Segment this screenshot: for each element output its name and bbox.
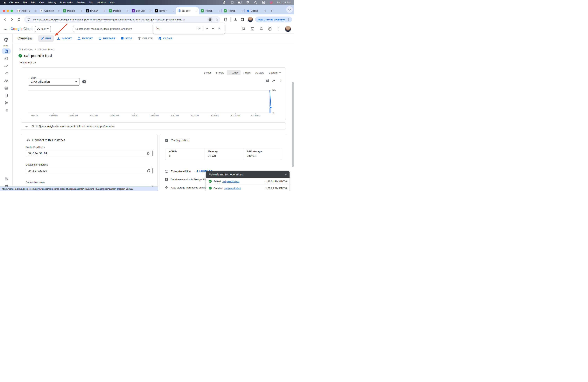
nav-replicas[interactable] bbox=[1, 100, 11, 106]
area-chart-mode-icon[interactable] bbox=[266, 79, 269, 82]
chart-help-icon[interactable]: ? bbox=[82, 80, 86, 84]
siri-icon[interactable] bbox=[269, 0, 273, 5]
close-tab-icon[interactable]: × bbox=[58, 10, 60, 12]
site-settings-icon[interactable] bbox=[26, 17, 31, 22]
tab-peerdb-4[interactable]: P Peerdb × bbox=[222, 7, 245, 14]
restart-button[interactable]: RESTART bbox=[96, 35, 118, 42]
nav-system-insights[interactable] bbox=[1, 63, 11, 69]
forward-button[interactable] bbox=[9, 17, 15, 22]
close-tab-icon[interactable]: × bbox=[173, 10, 174, 12]
query-insights-link[interactable]: → Go to Query insights for more in-depth… bbox=[21, 122, 286, 130]
cpu-utilization-chart[interactable] bbox=[28, 89, 273, 115]
nav-databases[interactable] bbox=[1, 85, 11, 91]
range-30-days[interactable]: 30 days bbox=[253, 70, 266, 75]
operations-panel-header[interactable]: Uploads and test operations bbox=[206, 171, 290, 178]
google-cloud-logo[interactable]: GoogleCloud bbox=[10, 27, 32, 31]
nav-users[interactable] bbox=[1, 78, 11, 84]
tab-sai-peerdb-active[interactable]: sai-peer × bbox=[176, 7, 199, 14]
find-close-button[interactable]: × bbox=[216, 25, 222, 32]
url-text[interactable]: console.cloud.google.com/sql/instances/s… bbox=[33, 18, 206, 21]
app-status-icon[interactable] bbox=[230, 0, 234, 5]
battery-icon[interactable] bbox=[238, 0, 242, 5]
chrome-menu-kebab-icon[interactable]: ⋮ bbox=[287, 18, 291, 21]
line-chart-mode-icon[interactable] bbox=[272, 79, 276, 82]
browser-profile-avatar[interactable] bbox=[248, 17, 253, 22]
stage-manager-icon[interactable] bbox=[222, 0, 227, 5]
menu-view[interactable]: View bbox=[37, 1, 46, 4]
edit-button[interactable]: EDIT bbox=[38, 35, 54, 42]
find-in-page-icon[interactable] bbox=[208, 17, 212, 22]
find-previous-button[interactable] bbox=[204, 25, 210, 32]
menu-profiles[interactable]: Profiles bbox=[75, 1, 87, 4]
wifi-icon[interactable] bbox=[245, 0, 250, 5]
copy-icon[interactable] bbox=[147, 152, 150, 155]
tab-dais24[interactable]: DAIS DAIS24 × bbox=[84, 7, 107, 14]
menu-chrome[interactable]: Chrome bbox=[7, 1, 21, 4]
notifications-bell-icon[interactable] bbox=[259, 27, 263, 31]
nav-menu-icon[interactable]: ≡ bbox=[3, 27, 8, 31]
tab-log-explorer[interactable]: D Log Expl × bbox=[130, 7, 153, 14]
menu-edit[interactable]: Edit bbox=[29, 1, 37, 4]
tab-x-home[interactable]: X Home / × bbox=[153, 7, 176, 14]
operation-target-link[interactable]: sai-peerdb-test bbox=[224, 187, 241, 190]
new-tab-button[interactable]: + bbox=[269, 8, 274, 14]
close-window-button[interactable] bbox=[3, 10, 5, 12]
page-scrollbar-thumb[interactable] bbox=[292, 82, 294, 167]
update-chrome-chip[interactable]: New Chrome available ⋮ bbox=[255, 17, 292, 22]
maximize-window-button[interactable] bbox=[10, 10, 13, 12]
cloud-sql-product-icon[interactable] bbox=[1, 37, 11, 43]
menu-help[interactable]: Help bbox=[108, 1, 117, 4]
tab-editing[interactable]: Editing × bbox=[245, 7, 268, 14]
tab-search-button[interactable] bbox=[286, 6, 293, 13]
nav-overview[interactable] bbox=[1, 48, 11, 54]
chart-metric-select[interactable]: Chart CPU utilization bbox=[28, 78, 80, 85]
range-6-hours[interactable]: 6 hours bbox=[213, 70, 226, 75]
nav-backups[interactable] bbox=[1, 92, 11, 99]
close-tab-icon[interactable]: × bbox=[127, 10, 128, 12]
clone-button[interactable]: CLONE bbox=[156, 35, 175, 42]
account-avatar[interactable] bbox=[285, 26, 291, 32]
export-button[interactable]: EXPORT bbox=[75, 35, 95, 42]
find-next-button[interactable] bbox=[210, 25, 216, 32]
minimize-window-button[interactable] bbox=[7, 10, 9, 12]
tab-inbox[interactable]: Inbox (5 × bbox=[15, 7, 38, 14]
back-button[interactable] bbox=[2, 17, 8, 22]
menu-tab[interactable]: Tab bbox=[87, 1, 95, 4]
control-center-icon[interactable] bbox=[261, 0, 266, 5]
menu-bookmarks[interactable]: Bookmarks bbox=[58, 1, 75, 4]
menu-window[interactable]: Window bbox=[95, 1, 108, 4]
range-7-days[interactable]: 7 days bbox=[241, 70, 252, 75]
help-icon[interactable]: ? bbox=[268, 27, 272, 31]
find-query-input[interactable]: flag bbox=[156, 27, 196, 30]
menu-file[interactable]: File bbox=[21, 1, 29, 4]
close-tab-icon[interactable]: × bbox=[35, 10, 37, 12]
address-bar[interactable]: console.cloud.google.com/sql/instances/s… bbox=[24, 16, 220, 23]
nav-release-notes[interactable] bbox=[1, 176, 11, 182]
public-ip-field[interactable]: 34.134.50.64 bbox=[26, 150, 153, 156]
close-tab-icon[interactable]: × bbox=[81, 10, 83, 12]
apple-icon[interactable] bbox=[3, 0, 7, 5]
reload-button[interactable] bbox=[16, 17, 22, 22]
tab-peerdb-2[interactable]: P Peerdb × bbox=[107, 7, 130, 14]
close-tab-icon[interactable]: × bbox=[196, 10, 197, 12]
menu-history[interactable]: History bbox=[46, 1, 58, 4]
breadcrumb-all-instances[interactable]: All instances bbox=[19, 48, 33, 51]
side-panel-icon[interactable] bbox=[240, 17, 245, 22]
close-tab-icon[interactable]: × bbox=[242, 10, 243, 12]
close-tab-icon[interactable]: × bbox=[219, 10, 220, 12]
range-1-day-selected[interactable]: ✓1 day bbox=[227, 70, 241, 75]
nav-operations[interactable] bbox=[1, 107, 11, 113]
range-1-hour[interactable]: 1 hour bbox=[202, 70, 213, 75]
project-picker[interactable]: test bbox=[35, 26, 51, 32]
copy-icon[interactable] bbox=[147, 169, 150, 172]
header-kebab-icon[interactable]: ⋮ bbox=[277, 27, 280, 31]
downloads-icon[interactable] bbox=[232, 17, 238, 22]
nav-observability[interactable] bbox=[1, 55, 11, 62]
operation-target-link[interactable]: sai-peerdb-test bbox=[222, 180, 239, 183]
stop-button[interactable]: STOP bbox=[119, 35, 135, 42]
close-tab-icon[interactable]: × bbox=[150, 10, 151, 12]
chart-kebab-icon[interactable]: ⋮ bbox=[279, 79, 282, 83]
tab-conference[interactable]: P Conferen × bbox=[38, 7, 61, 14]
tab-peerdb-1[interactable]: P Peerdb × bbox=[61, 7, 84, 14]
menu-clock[interactable]: Sat 1:28 PM bbox=[276, 1, 291, 4]
